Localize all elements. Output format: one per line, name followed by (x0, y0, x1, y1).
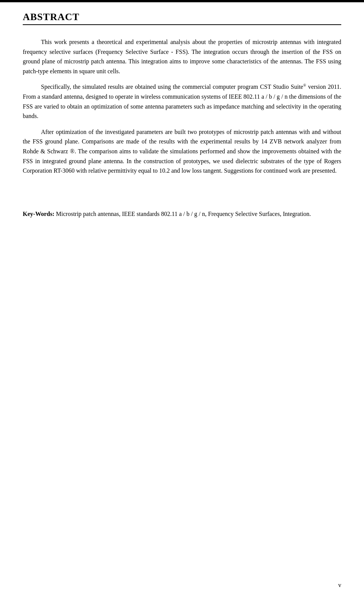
paragraph-3: After optimization of the investigated p… (23, 127, 341, 176)
paragraph-1: This work presents a theoretical and exp… (23, 37, 341, 76)
abstract-title: ABSTRACT (23, 11, 341, 23)
keywords-text: Key-Words: Microstrip patch antennas, IE… (23, 209, 341, 219)
paragraph-2: Specifically, the simulated results are … (23, 82, 341, 121)
keywords-content: Microstrip patch antennas, IEEE standard… (55, 211, 311, 217)
title-underline (23, 24, 341, 25)
content-area: This work presents a theoretical and exp… (0, 37, 364, 197)
keywords-section: Key-Words: Microstrip patch antennas, IE… (0, 209, 364, 219)
title-section: ABSTRACT (0, 2, 364, 37)
page-number: v (338, 582, 341, 589)
keywords-label: Key-Words: (23, 211, 55, 217)
page-container: ABSTRACT This work presents a theoretica… (0, 0, 364, 600)
